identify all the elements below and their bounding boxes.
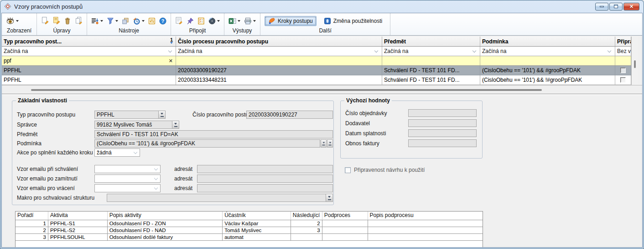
refresh-button[interactable] [133,17,145,25]
help-button[interactable]: ? [159,17,166,25]
makro-field[interactable] [107,194,333,202]
filter-operator-1[interactable]: Začíná na [2,47,176,56]
table-row[interactable]: 2PPFHL-S2Odsouhlasení FD - NADTomáš Mysl… [16,227,483,234]
pin-button[interactable] [187,17,194,25]
filter-value-input-3[interactable] [382,56,480,65]
filter-value-input-2[interactable] [176,56,382,65]
readiness-checkbox[interactable]: Připravenost návrhu k použití [345,167,425,173]
row-cell: 2020033009190227 [176,66,382,75]
filter-dropdown-arrow[interactable] [115,20,118,23]
spravce-lookup-button[interactable] [172,121,179,128]
app-window: Vzory pracovních postupů ✕ ZobrazeníÚpra… [0,0,644,249]
email-vraceni-combo[interactable] [94,184,161,192]
podminka-edit-button[interactable] [321,139,327,148]
default-value-field[interactable] [408,119,477,127]
column-header-4[interactable]: Podmínka [480,37,615,46]
filter-value-input-4[interactable] [480,56,615,65]
note-icon [175,17,183,25]
row-cell: PPFHL-S1 [48,220,108,227]
settings-button[interactable] [148,17,156,25]
print-icon [244,17,252,25]
default-values-groupbox: Výchozí hodnoty Číslo objednávkyDodavate… [340,101,483,159]
row-checkbox[interactable] [620,68,626,73]
steps-column-header: Následující [291,212,322,220]
adresat-label: adresát [174,166,192,172]
excel-export-button[interactable] [229,17,240,25]
akce-combo[interactable]: žádná [94,148,140,157]
refresh-dropdown-arrow[interactable] [142,20,145,23]
print-button[interactable] [244,17,256,25]
cislo-field[interactable]: 2020033009190227 [246,111,333,119]
filter-value-input-1[interactable]: ppf✕ [2,56,176,65]
delete-record-icon [64,17,71,25]
makro-lookup-button[interactable] [326,194,332,201]
spravce-combo[interactable]: 99182 Myslivec Tomáš [94,121,179,129]
sort-dropdown-arrow[interactable] [100,20,103,23]
podminka-lookup-button[interactable] [327,139,333,148]
view-button[interactable] [6,17,19,24]
adresat-vraceni-field[interactable] [197,184,333,192]
akce-label: Akce po splnění každého kroku [17,149,93,156]
row-cell [291,234,322,240]
records-grid: Typ pracovního post...1Číslo procesu pra… [2,37,631,85]
zmena-pouzitelnosti-label: Změna použitelnosti [333,18,382,24]
filter-operator-label: Začíná na [178,48,202,54]
zmena-pouzitelnosti-button[interactable]: Změna použitelnosti [320,16,386,26]
row-cell [368,227,483,233]
view-dropdown-arrow[interactable] [16,20,19,23]
table-row[interactable]: 3PPFHLSOUHLOdsouhlasení došlé fakturyaut… [16,234,483,241]
column-header-5[interactable]: Připra [615,37,631,46]
grid-horizontal-scrollbar[interactable] [2,85,642,94]
filter-operator-label: Začíná na [384,48,408,54]
close-button[interactable]: ✕ [623,3,639,11]
pin-icon [187,17,194,25]
table-row[interactable]: PPFHL2020033009190227Schválení FD - TEST… [2,66,631,75]
column-header-3[interactable]: Předmět [382,37,480,46]
adresat-zamitnuti-field[interactable] [197,175,333,183]
makro-label: Makro pro schvalovací strukturu [17,195,94,201]
filter-operator-4[interactable]: Začíná na [480,47,615,56]
checklist-button[interactable] [197,17,205,25]
clear-filter-button[interactable]: ✕ [168,58,174,64]
column-header-label: Podmínka [482,38,508,45]
filter-button[interactable] [107,17,118,25]
email-zamitnuti-combo[interactable] [94,175,161,183]
minimize-button[interactable] [595,3,608,11]
default-value-field[interactable] [408,129,477,137]
typ-lookup-button[interactable] [158,111,165,118]
filter-operator-2[interactable]: Začíná na [176,47,382,56]
excel-export-dropdown-arrow[interactable] [238,20,240,23]
print-dropdown-arrow[interactable] [253,20,256,23]
email-zamitnuti-label: Vzor emailu po zamítnutí [17,175,78,182]
filter-operator-3[interactable]: Začíná na [382,47,480,56]
predmet-field[interactable]: Schválení FD - TEST 101 FD=AK [94,130,333,138]
vertical-scroll-thumb[interactable] [634,60,636,68]
table-row[interactable]: 1PPFHL-S1Odsouhlasení FD - ZONVáclav Kaš… [16,220,483,227]
column-header-1[interactable]: Typ pracovního post...1 [2,37,176,46]
layers-button[interactable] [122,17,129,25]
adresat-schvaleni-field[interactable] [197,165,333,173]
adresat-label: adresát [174,185,192,191]
row-checkbox[interactable] [620,77,626,83]
note-button[interactable] [175,17,183,25]
email-schvaleni-combo[interactable] [94,165,161,173]
filter-operator-5[interactable]: Bez v [615,47,631,56]
delete-record-button[interactable] [64,17,71,25]
restore-button[interactable] [609,3,623,11]
podminka-field[interactable]: (CisloObehu == '101') && #grooPpFDAK [94,139,320,148]
grid-vertical-scrollbar[interactable] [631,37,638,85]
horizontal-scroll-thumb[interactable] [31,89,542,91]
new-record-button[interactable] [41,17,49,25]
table-row[interactable]: PPFHL2020033133448231Schválení FD - TEST… [2,75,631,85]
typ-combo[interactable]: PPFHL [94,111,166,119]
default-value-field[interactable] [408,109,477,117]
copy-record-button[interactable] [75,17,83,25]
edit-record-button[interactable] [52,17,60,25]
column-header-2[interactable]: Číslo procesu pracovního postupu [176,37,382,46]
media-dropdown-arrow[interactable] [217,20,220,23]
kroky-postupu-button[interactable]: Kroky postupu [265,16,317,26]
sort-button[interactable] [91,17,103,25]
default-value-field[interactable] [408,139,477,147]
filter-value-input-5[interactable] [615,56,631,65]
media-button[interactable] [208,17,220,25]
